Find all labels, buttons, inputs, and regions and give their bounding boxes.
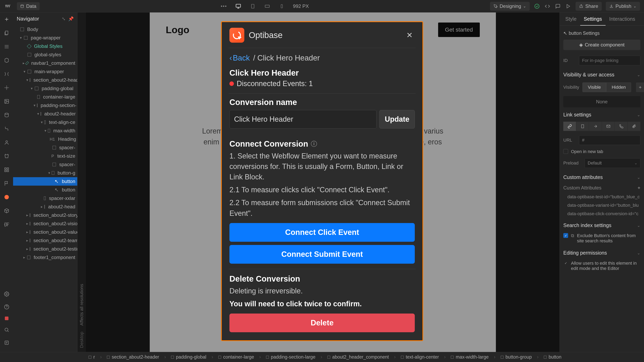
url-input[interactable] [579,135,640,145]
link-email-tab[interactable] [602,122,615,131]
create-component-button[interactable]: ◈ Create component [563,40,640,50]
delete-button[interactable]: Delete [230,314,415,332]
share-button[interactable]: Share [576,2,602,11]
preload-select[interactable]: Default⌄ [585,158,640,168]
connect-submit-button[interactable]: Connect Submit Event [230,245,415,264]
collapse-icon[interactable]: ⤡ [62,16,66,21]
add-icon[interactable] [4,16,10,22]
publish-button[interactable]: Publish ⌄ [606,2,640,11]
navigator-item[interactable]: ↖button [13,177,77,186]
breadcrumb-item[interactable]: padding-global [171,354,206,360]
breadcrumb-item[interactable]: container-large [218,354,254,360]
breadcrumb-item[interactable]: button [544,354,562,360]
navigator-item[interactable]: ▸section_about2-story [13,211,77,219]
hidden-toggle[interactable]: Hidden [606,82,631,92]
visible-toggle[interactable]: Visible [582,82,606,92]
variables-icon[interactable] [4,71,10,77]
navigator-item[interactable]: ▾button-g [13,169,77,177]
preview-icon[interactable] [565,3,572,9]
breadcrumb-item[interactable]: padding-section-large [266,354,315,360]
update-button[interactable]: Update [379,110,415,128]
custom-attribute-row[interactable]: data-optibase-variant-id="button_blu [563,201,640,210]
editing-allow-checkbox[interactable]: ✓ Allow users to edit this element in ed… [563,259,640,273]
navigator-item[interactable]: ▸section_about2-vision [13,219,77,228]
navigator-icon[interactable] [4,43,10,50]
comment-icon[interactable] [555,3,561,9]
pages-icon[interactable] [4,30,10,36]
tab-style[interactable]: Style [562,12,580,25]
navigator-item[interactable]: ▸about2-head [13,203,77,211]
navigator-item[interactable]: ▾padding-section- [13,101,77,110]
cube-icon[interactable] [4,208,10,214]
pin-icon[interactable]: 📌 [68,16,74,21]
designing-button[interactable]: Designing ⌄ [490,2,530,11]
tab-interactions[interactable]: Interactions [606,12,639,25]
navigator-item[interactable]: ▸section_about2-testimo [13,245,77,253]
custom-attribute-row[interactable]: data-optibase-test-id="button_blue_c [563,193,640,201]
navigator-item[interactable]: spacer- [13,160,77,169]
viewport-size[interactable]: 992 PX [293,3,309,9]
data-button[interactable]: Data [17,2,40,10]
styles-icon[interactable] [4,84,10,91]
font-icon[interactable]: {F [4,221,10,228]
breadcrumb-item[interactable]: button-group [501,354,532,360]
navigator-item[interactable]: ▾max-width [13,126,77,135]
link-page-tab[interactable] [576,122,589,131]
breadcrumb-item[interactable]: text-align-center [401,354,439,360]
navigator-tree[interactable]: Body▾page-wrapperGlobal Stylesglobal-sty… [13,25,77,352]
cms-icon[interactable] [4,112,10,118]
link-url-tab[interactable] [563,122,576,131]
help-icon[interactable] [4,304,10,310]
navigator-item[interactable]: ▸navbar1_component [13,59,77,67]
tab-settings[interactable]: Settings [580,12,606,25]
navigator-item[interactable]: global-styles [13,50,77,59]
settings-gear-icon[interactable] [4,291,10,297]
link-file-tab[interactable] [628,122,640,131]
connect-click-button[interactable]: Connect Click Event [230,223,415,242]
open-new-tab-checkbox[interactable]: Open in new tab [563,147,640,156]
flag-icon[interactable] [4,180,10,187]
search-exclude-checkbox[interactable]: ✓ ⧉ Exclude Button's content from site s… [563,231,640,246]
navigator-item[interactable]: ▾text-align-ce [13,118,77,126]
back-link[interactable]: ‹ Back [230,54,250,62]
navigator-item[interactable]: ▸footer1_component [13,253,77,262]
navigator-item[interactable]: spacer-xxlar [13,194,77,203]
add-visibility-condition[interactable]: + [636,82,644,92]
landscape-viewport-icon[interactable] [264,3,270,9]
search-icon[interactable] [4,327,10,333]
tablet-viewport-icon[interactable] [250,3,256,9]
link-section-title[interactable]: Link settings⌄ [563,107,640,120]
navigator-item[interactable]: ↖button [13,186,77,194]
desktop-viewport-icon[interactable] [235,3,242,9]
navigator-item[interactable]: ▾section_about2-header [13,76,77,84]
navigator-item[interactable]: ▾padding-global [13,84,77,93]
webflow-logo-icon[interactable] [4,2,11,10]
navigator-item[interactable]: Global Styles [13,42,77,50]
users-icon[interactable] [4,139,10,146]
bottom-breadcrumb[interactable]: r›section_about2-header›padding-global›c… [0,352,644,362]
navigator-item[interactable]: Body [13,25,77,33]
navigator-item[interactable]: ▾about2-header [13,110,77,118]
breadcrumb-item[interactable]: max-width-large [451,354,489,360]
navigator-item[interactable]: ▸section_about2-team [13,236,77,245]
custom-attr-section-title[interactable]: Custom attributes⌄ [563,170,640,183]
id-input[interactable] [579,56,640,65]
audit-icon[interactable] [4,340,10,346]
breadcrumb-item[interactable]: section_about2-header [107,354,159,360]
conversion-name-input[interactable] [230,110,376,128]
navigator-item[interactable]: Ptext-size [13,152,77,160]
check-status-icon[interactable] [534,3,540,9]
more-icon[interactable]: ••• [221,3,227,9]
info-icon[interactable]: i [311,141,317,147]
navigator-item[interactable]: ▾page-wrapper [13,33,77,42]
navigator-item[interactable]: container-large [13,93,77,101]
navigator-item[interactable]: H1Heading [13,135,77,143]
link-section-tab[interactable] [589,122,602,131]
assets-icon[interactable] [4,98,10,105]
close-icon[interactable]: ✕ [404,30,415,40]
logic-icon[interactable] [4,125,10,132]
navigator-item[interactable]: spacer- [13,143,77,152]
navigator-item[interactable]: ▸section_about2-values [13,228,77,236]
apps-icon[interactable] [4,167,10,173]
editing-section-title[interactable]: Editing permissions⌄ [563,246,640,259]
